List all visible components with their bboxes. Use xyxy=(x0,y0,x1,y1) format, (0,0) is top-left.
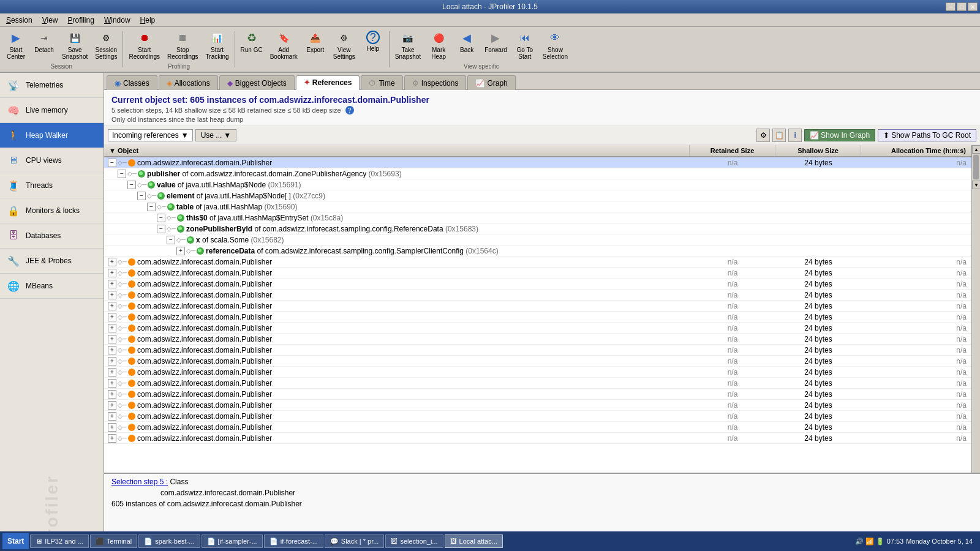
add-bookmark-button[interactable]: 🔖 AddBookmark xyxy=(267,29,301,62)
table-row[interactable]: + ◇─ com.adswizz.inforecast.domain.Publi… xyxy=(104,323,971,334)
expand-first-row[interactable]: − xyxy=(108,159,116,167)
table-row-value[interactable]: − ◇─ value of java.util.HashMap$Node (0x… xyxy=(104,179,971,190)
sidebar-item-live-memory[interactable]: 🧠 Live memory xyxy=(0,98,104,123)
help-tooltip-icon[interactable]: ? xyxy=(345,106,354,114)
taskbar-item-terminal[interactable]: ⬛ Terminal xyxy=(90,534,138,548)
table-row-this0[interactable]: − ◇─ this$0 of java.util.HashMap$EntrySe… xyxy=(104,212,971,223)
start-tracking-button[interactable]: 📊 StartTracking xyxy=(203,29,232,62)
expand-plain-15[interactable]: + xyxy=(108,423,116,432)
expand-plain-11[interactable]: + xyxy=(108,379,116,388)
menu-profiling[interactable]: Profiling xyxy=(64,15,98,25)
mark-heap-button[interactable]: 🔴 MarkHeap xyxy=(425,29,452,62)
expand-plain-2[interactable]: + xyxy=(108,280,116,288)
expand-table[interactable]: − xyxy=(147,203,156,211)
tab-references[interactable]: ✦ References xyxy=(296,75,360,90)
menu-view[interactable]: View xyxy=(39,15,62,25)
expand-reference-data[interactable]: + xyxy=(176,247,185,255)
menu-help[interactable]: Help xyxy=(137,15,159,25)
forward-button[interactable]: ▶ Forward xyxy=(481,29,510,62)
table-row[interactable]: + ◇─ com.adswizz.inforecast.domain.Publi… xyxy=(104,422,971,433)
close-button[interactable]: ✕ xyxy=(968,2,978,11)
sidebar-item-cpu-views[interactable]: 🖥 CPU views xyxy=(0,148,104,173)
selection-step-link[interactable]: Selection step 5 : xyxy=(111,478,168,486)
taskbar-item-ilp32[interactable]: 🖥 ILP32 and ... xyxy=(30,534,88,548)
expand-plain-10[interactable]: + xyxy=(108,368,116,377)
table-row[interactable]: + ◇─ com.adswizz.inforecast.domain.Publi… xyxy=(104,290,971,301)
table-row-publisher[interactable]: − ◇─ publisher of com.adswizz.inforecast… xyxy=(104,168,971,179)
expand-plain-8[interactable]: + xyxy=(108,346,116,354)
table-row[interactable]: + ◇─ com.adswizz.inforecast.domain.Publi… xyxy=(104,389,971,400)
header-retained[interactable]: Retained Size xyxy=(690,145,775,156)
expand-this0[interactable]: − xyxy=(157,214,165,222)
sidebar-item-monitors-locks[interactable]: 🔒 Monitors & locks xyxy=(0,198,104,223)
scroll-up-arrow[interactable]: ▲ xyxy=(972,145,980,154)
view-settings-button[interactable]: ⚙ ViewSettings xyxy=(330,29,358,62)
session-settings-button[interactable]: ⚙ SessionSettings xyxy=(92,29,120,62)
stop-recordings-button[interactable]: ⏹ StopRecordings xyxy=(164,29,202,62)
menu-window[interactable]: Window xyxy=(100,15,134,25)
table-row[interactable]: + ◇─ com.adswizz.inforecast.domain.Publi… xyxy=(104,356,971,367)
table-row[interactable]: + ◇─ com.adswizz.inforecast.domain.Publi… xyxy=(104,367,971,378)
tree-table[interactable]: ▼ Object Retained Size Shallow Size Allo… xyxy=(104,145,971,473)
table-row-element[interactable]: − ◇─ element of java.util.HashMap$Node[ … xyxy=(104,190,971,201)
expand-plain-6[interactable]: + xyxy=(108,324,116,332)
scroll-down-arrow[interactable]: ▼ xyxy=(972,181,980,189)
run-gc-button[interactable]: ♻ Run GC xyxy=(238,29,266,62)
expand-plain-1[interactable]: + xyxy=(108,269,116,277)
show-in-graph-button[interactable]: 📈 Show In Graph xyxy=(804,129,875,141)
taskbar-item-if-sampler[interactable]: 📄 [if-sampler-... xyxy=(202,534,263,548)
tab-graph[interactable]: 📈 Graph xyxy=(467,75,515,90)
table-row-scala-some[interactable]: − ◇─ x of scala.Some (0x15682) xyxy=(104,234,971,246)
tab-time[interactable]: ⏱ Time xyxy=(361,75,402,90)
table-row[interactable]: + ◇─ com.adswizz.inforecast.domain.Publi… xyxy=(104,400,971,411)
table-row[interactable]: + ◇─ com.adswizz.inforecast.domain.Publi… xyxy=(104,279,971,290)
minimize-button[interactable]: ─ xyxy=(946,2,956,11)
taskbar-item-if-forecast[interactable]: 📄 if-forecast-... xyxy=(264,534,323,548)
expand-plain-12[interactable]: + xyxy=(108,390,116,399)
expand-plain-3[interactable]: + xyxy=(108,291,116,299)
detach-button[interactable]: ⇥ Detach xyxy=(31,29,58,62)
table-row[interactable]: + ◇─ com.adswizz.inforecast.domain.Publi… xyxy=(104,334,971,345)
start-recordings-button[interactable]: ⏺ StartRecordings xyxy=(126,29,163,62)
expand-plain-16[interactable]: + xyxy=(108,434,116,443)
taskbar-item-selection[interactable]: 🖼 selection_i... xyxy=(385,534,443,548)
window-controls[interactable]: ─ □ ✕ xyxy=(946,2,978,11)
tab-biggest-objects[interactable]: ◆ Biggest Objects xyxy=(219,75,295,90)
taskbar-item-local-attach[interactable]: 🖼 Local attac... xyxy=(445,534,503,548)
sidebar-item-databases[interactable]: 🗄 Databases xyxy=(0,223,104,249)
table-row-reference-data[interactable]: + ◇─ referenceData of com.adswizz.infore… xyxy=(104,246,971,257)
start-center-button[interactable]: ▶ StartCenter xyxy=(2,29,29,62)
back-button[interactable]: ◀ Back xyxy=(453,29,480,62)
sidebar-item-heap-walker[interactable]: 🚶 Heap Walker xyxy=(0,123,104,148)
sidebar-item-threads[interactable]: 🧵 Threads xyxy=(0,173,104,198)
tab-allocations[interactable]: ◈ Allocations xyxy=(159,75,218,90)
taskbar-item-spark[interactable]: 📄 spark-best-... xyxy=(138,534,200,548)
expand-plain-14[interactable]: + xyxy=(108,412,116,421)
tab-inspections[interactable]: ⚙ Inspections xyxy=(404,75,467,90)
expand-plain-7[interactable]: + xyxy=(108,335,116,343)
table-row[interactable]: + ◇─ com.adswizz.inforecast.domain.Publi… xyxy=(104,312,971,323)
table-row-zone-publisher[interactable]: − ◇─ zonePublisherById of com.adswizz.in… xyxy=(104,223,971,234)
table-row[interactable]: + ◇─ com.adswizz.inforecast.domain.Publi… xyxy=(104,268,971,279)
take-snapshot-button[interactable]: 📷 TakeSnapshot xyxy=(392,29,424,62)
table-row[interactable]: + ◇─ com.adswizz.inforecast.domain.Publi… xyxy=(104,378,971,389)
vertical-scrollbar[interactable]: ▲ ▼ xyxy=(971,145,980,473)
scroll-thumb[interactable] xyxy=(973,155,979,179)
table-row[interactable]: + ◇─ com.adswizz.inforecast.domain.Publi… xyxy=(104,301,971,312)
show-selection-button[interactable]: 👁 ShowSelection xyxy=(540,29,571,62)
expand-plain-5[interactable]: + xyxy=(108,313,116,321)
go-to-start-button[interactable]: ⏮ Go ToStart xyxy=(511,29,538,62)
table-row[interactable]: + ◇─ com.adswizz.inforecast.domain.Publi… xyxy=(104,433,971,444)
header-alloc[interactable]: Allocation Time (h:m:s) xyxy=(861,145,971,156)
info-button[interactable]: i xyxy=(788,129,802,142)
show-paths-to-gc-root-button[interactable]: ⬆ Show Paths To GC Root xyxy=(878,129,976,141)
sidebar-item-mbeans[interactable]: 🌐 MBeans xyxy=(0,274,104,299)
expand-publisher[interactable]: − xyxy=(118,170,126,178)
menu-session[interactable]: Session xyxy=(2,15,36,25)
expand-scala-some[interactable]: − xyxy=(167,236,175,244)
use-button[interactable]: Use ... ▼ xyxy=(195,129,237,141)
expand-plain-4[interactable]: + xyxy=(108,302,116,310)
sidebar-item-telemetries[interactable]: 📡 Telemetries xyxy=(0,73,104,98)
table-row-first[interactable]: − ◇─ com.adswizz.inforecast.domain.Publi… xyxy=(104,157,971,168)
table-row-table[interactable]: − ◇─ table of java.util.HashMap (0x15690… xyxy=(104,201,971,212)
